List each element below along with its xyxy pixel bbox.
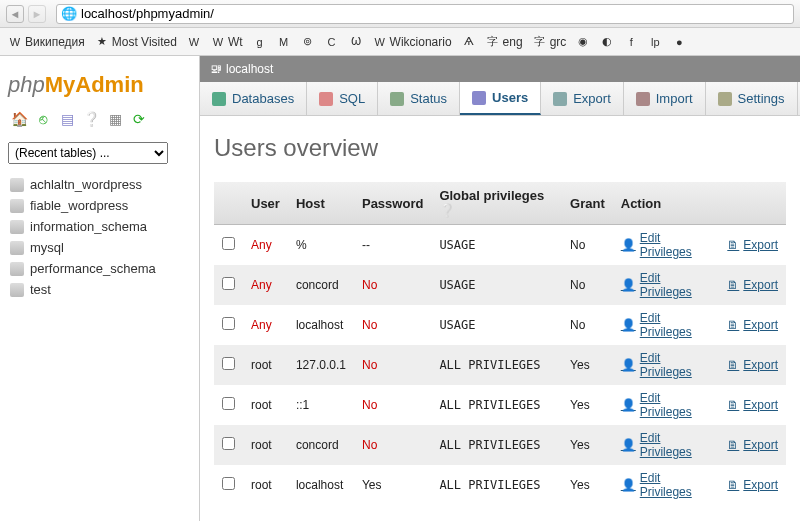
cell-host: 127.0.0.1: [288, 345, 354, 385]
sql-icon[interactable]: ▤: [58, 110, 76, 128]
tab-settings[interactable]: Settings: [706, 82, 798, 115]
bookmark-item[interactable]: lp: [648, 35, 662, 49]
bookmark-item[interactable]: W: [187, 35, 201, 49]
export-link[interactable]: 🗎Export: [727, 398, 778, 412]
database-item[interactable]: achlaltn_wordpress: [8, 174, 191, 195]
tab-sql[interactable]: SQL: [307, 82, 378, 115]
bookmark-item[interactable]: ★Most Visited: [95, 35, 177, 49]
cell-password: No: [354, 345, 431, 385]
cell-privileges: USAGE: [431, 225, 562, 266]
edit-privileges-link[interactable]: 👤Edit Privileges: [621, 271, 712, 299]
cell-host: ::1: [288, 385, 354, 425]
database-label: fiable_wordpress: [30, 198, 128, 213]
edit-privileges-link[interactable]: 👤Edit Privileges: [621, 351, 712, 379]
tab-import[interactable]: Import: [624, 82, 706, 115]
url-bar[interactable]: 🌐: [56, 4, 794, 24]
edit-privileges-link[interactable]: 👤Edit Privileges: [621, 311, 712, 339]
row-checkbox[interactable]: [222, 477, 235, 490]
bookmark-icon: ◐: [600, 35, 614, 49]
bookmark-item[interactable]: ◐: [600, 35, 614, 49]
export-link[interactable]: 🗎Export: [727, 438, 778, 452]
row-checkbox[interactable]: [222, 397, 235, 410]
database-item[interactable]: mysql: [8, 237, 191, 258]
bookmark-item[interactable]: WWikcionario: [373, 35, 452, 49]
cell-host: concord: [288, 265, 354, 305]
bookmark-item[interactable]: WВикипедия: [8, 35, 85, 49]
database-item[interactable]: performance_schema: [8, 258, 191, 279]
row-checkbox[interactable]: [222, 317, 235, 330]
edit-privileges-link[interactable]: 👤Edit Privileges: [621, 231, 712, 259]
sql-icon: [319, 92, 333, 106]
bookmark-item[interactable]: C: [325, 35, 339, 49]
reload-icon[interactable]: ⟳: [130, 110, 148, 128]
column-header: Grant: [562, 182, 613, 225]
cell-grant: Yes: [562, 465, 613, 505]
server-icon: 🖳: [210, 62, 222, 76]
bookmark-item[interactable]: 字grc: [533, 35, 567, 49]
back-button[interactable]: ◄: [6, 5, 24, 23]
edit-privileges-link[interactable]: 👤Edit Privileges: [621, 391, 712, 419]
page-title: Users overview: [214, 134, 786, 162]
bookmark-icon: f: [624, 35, 638, 49]
bookmark-item[interactable]: ●: [672, 35, 686, 49]
export-link[interactable]: 🗎Export: [727, 318, 778, 332]
bookmark-item[interactable]: Ѡ: [349, 35, 363, 49]
table-row: rootlocalhostYesALL PRIVILEGESYes👤Edit P…: [214, 465, 786, 505]
home-icon[interactable]: 🏠: [10, 110, 28, 128]
bookmark-item[interactable]: ◉: [576, 35, 590, 49]
bookmark-icon: Ѧ: [462, 35, 476, 49]
edit-privileges-link[interactable]: 👤Edit Privileges: [621, 471, 712, 499]
tab-users[interactable]: Users: [460, 82, 541, 115]
edit-user-icon: 👤: [621, 398, 636, 412]
url-input[interactable]: [81, 6, 789, 21]
logo-admin: Admin: [75, 72, 143, 97]
column-header: Host: [288, 182, 354, 225]
tab-label: Import: [656, 91, 693, 106]
recent-tables-select[interactable]: (Recent tables) ...: [8, 142, 168, 164]
export-link[interactable]: 🗎Export: [727, 238, 778, 252]
bookmark-item[interactable]: WWt: [211, 35, 243, 49]
row-checkbox[interactable]: [222, 237, 235, 250]
table-row: rootconcordNoALL PRIVILEGESYes👤Edit Priv…: [214, 425, 786, 465]
database-item[interactable]: test: [8, 279, 191, 300]
export-link[interactable]: 🗎Export: [727, 278, 778, 292]
cell-host: localhost: [288, 465, 354, 505]
bookmark-item[interactable]: 字eng: [486, 35, 523, 49]
bookmark-item[interactable]: Ѧ: [462, 35, 476, 49]
database-icon: [10, 241, 24, 255]
export-link[interactable]: 🗎Export: [727, 358, 778, 372]
tab-databases[interactable]: Databases: [200, 82, 307, 115]
bookmark-item[interactable]: ⊚: [301, 35, 315, 49]
bookmark-item[interactable]: M: [277, 35, 291, 49]
docs-icon[interactable]: ❔: [82, 110, 100, 128]
edit-user-icon: 👤: [621, 478, 636, 492]
export-link[interactable]: 🗎Export: [727, 478, 778, 492]
row-checkbox[interactable]: [222, 357, 235, 370]
export-icon: 🗎: [727, 358, 739, 372]
database-item[interactable]: information_schema: [8, 216, 191, 237]
logo-my: My: [45, 72, 76, 97]
cell-host: %: [288, 225, 354, 266]
database-item[interactable]: fiable_wordpress: [8, 195, 191, 216]
bookmark-item[interactable]: f: [624, 35, 638, 49]
edit-privileges-link[interactable]: 👤Edit Privileges: [621, 431, 712, 459]
column-header: Global privileges ❔: [431, 182, 562, 225]
edit-user-icon: 👤: [621, 278, 636, 292]
cell-user: Any: [243, 305, 288, 345]
tab-status[interactable]: Status: [378, 82, 460, 115]
exit-icon[interactable]: ⎋: [34, 110, 52, 128]
help-icon[interactable]: ❔: [439, 203, 455, 218]
cell-password: No: [354, 385, 431, 425]
cell-grant: No: [562, 225, 613, 266]
bookmark-item[interactable]: g: [253, 35, 267, 49]
forward-button[interactable]: ►: [28, 5, 46, 23]
bookmark-icon: C: [325, 35, 339, 49]
settings-icon[interactable]: ▦: [106, 110, 124, 128]
import-icon: [636, 92, 650, 106]
row-checkbox[interactable]: [222, 277, 235, 290]
breadcrumb-host[interactable]: localhost: [226, 62, 273, 76]
bookmark-icon: 字: [486, 35, 500, 49]
tab-export[interactable]: Export: [541, 82, 624, 115]
row-checkbox[interactable]: [222, 437, 235, 450]
edit-user-icon: 👤: [621, 318, 636, 332]
